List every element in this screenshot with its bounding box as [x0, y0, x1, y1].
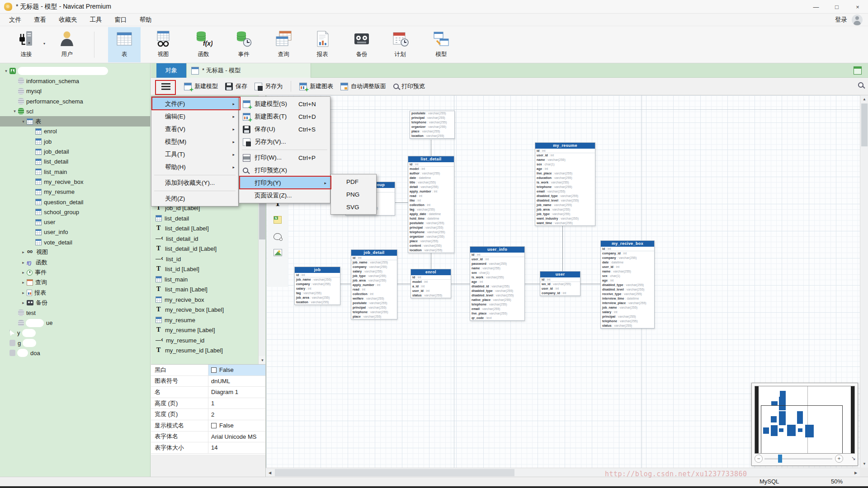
property-row[interactable]: 黑白False	[151, 365, 265, 376]
table-header[interactable]: job_detail	[351, 250, 397, 256]
menu-item[interactable]: PNG	[331, 188, 376, 201]
scrollbar-thumb[interactable]	[275, 469, 514, 476]
field-item[interactable]: list_main	[156, 274, 188, 284]
hamburger-menu-button[interactable]	[158, 80, 174, 93]
menu-item[interactable]: 编辑(E)▸	[151, 110, 238, 123]
menu-item[interactable]: 帮助(H)▸	[151, 161, 238, 174]
table-header[interactable]: job	[295, 267, 340, 273]
property-row[interactable]: 显示模式名False	[151, 420, 265, 432]
diagram-overview-minimap[interactable]: − + ↘	[751, 383, 858, 466]
tree-item[interactable]: y	[0, 328, 150, 338]
new-tab-icon[interactable]	[854, 66, 862, 75]
field-item[interactable]: list_main [Label]	[156, 285, 208, 295]
zoom-slider-track[interactable]	[764, 458, 832, 460]
field-item[interactable]: my_resume_id	[156, 335, 204, 345]
field-item[interactable]: list_id [Label]	[156, 264, 199, 274]
tree-item[interactable]: my_resume	[0, 187, 150, 197]
login-link[interactable]: 登录	[835, 16, 847, 24]
menubar-item[interactable]: 查看	[28, 14, 52, 26]
menu-item[interactable]: 打印为(Y)▸	[239, 177, 330, 189]
tree-item[interactable]: ▾	[0, 66, 150, 76]
menu-item[interactable]: 页面设置(Z)...	[239, 189, 330, 202]
tree-item[interactable]: performance_schema	[0, 96, 150, 106]
field-item[interactable]: my_recive_box [Label]	[156, 305, 224, 315]
note-tool-icon[interactable]	[274, 216, 282, 224]
toolbar-button-view[interactable]: 视图	[147, 27, 179, 62]
zoom-slider-thumb[interactable]	[778, 455, 782, 463]
resize-icon[interactable]: ↘	[851, 455, 856, 461]
zoom-out-button[interactable]: −	[755, 455, 763, 463]
scroll-left-icon[interactable]: ◀	[266, 468, 274, 477]
diagram-table[interactable]: my_resumeid : intuser_id : intname : var…	[535, 142, 595, 226]
tree-item[interactable]: ▸视图	[0, 247, 150, 257]
tree-item[interactable]: ▸事件	[0, 267, 150, 277]
scroll-right-icon[interactable]: ▶	[852, 468, 860, 477]
collapse-icon[interactable]: ▾	[3, 69, 9, 73]
toolbar-button-model[interactable]: 模型	[425, 27, 458, 62]
menubar-item[interactable]: 窗口	[108, 14, 133, 26]
field-item[interactable]: my_resume	[156, 315, 195, 325]
menu-item[interactable]: 打印预览(X)	[239, 164, 330, 177]
table-header[interactable]: my_recive_box	[601, 241, 654, 247]
tab-model[interactable]: * 无标题 - 模型	[186, 63, 311, 78]
tree-item[interactable]: ▸函数	[0, 258, 150, 267]
menubar-item[interactable]: 文件	[3, 14, 28, 26]
menu-item[interactable]: 查看(V)▸	[151, 123, 238, 136]
tree-item[interactable]: question_detail	[0, 197, 150, 207]
toolbar-button-report[interactable]: 报表	[306, 27, 339, 62]
expand-icon[interactable]: ▸	[20, 260, 27, 265]
model-toolbar-button[interactable]: 另存为	[251, 80, 286, 92]
tree-item[interactable]: ▸查询	[0, 277, 150, 287]
model-toolbar-button[interactable]: 保存	[222, 80, 251, 92]
menu-item[interactable]: 另存为(V)...	[239, 136, 330, 148]
tree-item[interactable]: g	[0, 338, 150, 348]
tree-item[interactable]: ue	[0, 318, 150, 328]
toolbar-button-function[interactable]: f(x) 函数	[187, 27, 220, 62]
collapse-icon[interactable]: ▾	[20, 119, 27, 124]
tree-item[interactable]: job_detail	[0, 146, 150, 156]
model-toolbar-button[interactable]: 自动调整版面	[337, 80, 390, 92]
scroll-down-icon[interactable]: ▼	[259, 356, 266, 364]
tree-item[interactable]: mysql	[0, 86, 150, 96]
tree-item[interactable]: ▾表	[0, 116, 150, 126]
checkbox-icon[interactable]	[211, 367, 217, 373]
field-item[interactable]: list_detail_id	[156, 234, 198, 244]
diagram-table[interactable]: userid : intwx_id : varchar(255)user_id …	[540, 271, 580, 296]
menu-item[interactable]: 添加到收藏夹(Y)...	[151, 177, 238, 189]
diagram-table[interactable]: list_detailid : intmodel : intauthor : v…	[408, 156, 454, 253]
menu-item[interactable]: 文件(F)▸	[151, 98, 238, 110]
chevron-down-icon[interactable]: ▾	[43, 42, 45, 46]
diagram-table[interactable]: user_infoid : intuser_id : intpassword :…	[470, 246, 525, 321]
image-tool-icon[interactable]	[274, 249, 282, 256]
toolbar-button-schedule[interactable]: 计划	[384, 27, 416, 62]
menubar-item[interactable]: 收藏夹	[52, 14, 84, 26]
expand-icon[interactable]: ▸	[20, 291, 27, 295]
tree-item[interactable]: ▸报表	[0, 288, 150, 298]
model-toolbar-button[interactable]: 新建图表	[296, 80, 337, 92]
menu-item[interactable]: SVG	[331, 201, 376, 213]
toolbar-button-connection[interactable]: ▾ 连接	[10, 27, 42, 62]
toolbar-button-event[interactable]: 事件	[227, 27, 260, 62]
table-header[interactable]: my_resume	[535, 143, 595, 149]
menu-item[interactable]: 保存(U)Ctrl+S	[239, 123, 330, 136]
tree-item[interactable]: list_main	[0, 167, 150, 177]
tree-item[interactable]: ▸备份	[0, 298, 150, 308]
menubar-item[interactable]: 帮助	[133, 14, 158, 26]
tree-item[interactable]: vote_detail	[0, 237, 150, 247]
scroll-down-icon[interactable]: ▼	[860, 460, 868, 468]
scroll-up-icon[interactable]: ▲	[860, 95, 868, 103]
menu-item[interactable]: 模型(M)▸	[151, 136, 238, 148]
tree-item[interactable]: school_group	[0, 207, 150, 217]
menu-item[interactable]: 新建图表(T)Ctrl+D	[239, 110, 330, 123]
field-item[interactable]: list_detail	[156, 213, 189, 223]
search-zoom-icon[interactable]	[858, 82, 863, 88]
toolbar-button-backup[interactable]: 备份	[345, 27, 378, 62]
avatar[interactable]	[852, 14, 863, 25]
field-item[interactable]: my_resume [Label]	[156, 325, 215, 335]
tree-item[interactable]: test	[0, 308, 150, 318]
tree-item[interactable]: user	[0, 217, 150, 227]
property-row[interactable]: 表字体名Arial Unicode MS	[151, 432, 265, 443]
toolbar-button-query[interactable]: 查询	[267, 27, 300, 62]
menu-item[interactable]: 打印(W)...Ctrl+P	[239, 151, 330, 164]
minimap-viewport[interactable]	[761, 405, 843, 454]
